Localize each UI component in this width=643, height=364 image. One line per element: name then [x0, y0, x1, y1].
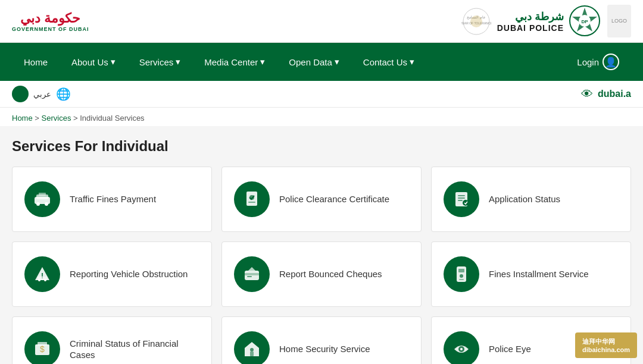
service-icon-application-status	[444, 181, 479, 217]
nav-contact-us[interactable]: Contact Us ▾	[351, 46, 426, 78]
service-label-application-status: Application Status	[489, 193, 560, 205]
service-icon-police-clearance	[234, 181, 270, 217]
breadcrumb-services[interactable]: Services	[42, 114, 71, 123]
service-icon-bounced-cheques	[234, 256, 270, 292]
service-card-traffic-fines[interactable]: Traffic Fines Payment	[12, 167, 212, 232]
service-card-home-security[interactable]: Home Security Service	[221, 316, 422, 364]
year-tolerance-badge: عام التسامح YEAR OF TOLERANCE	[461, 7, 491, 36]
svg-rect-17	[248, 202, 255, 203]
login-icon: 👤	[603, 54, 619, 70]
service-card-vehicle-obstruction[interactable]: !Reporting Vehicle Obstruction	[12, 241, 212, 307]
nav-about-us[interactable]: About Us ▾	[60, 46, 127, 78]
svg-rect-29	[247, 276, 252, 277]
page-title: Services For Individual	[12, 138, 631, 155]
gov-logo: حكومة دبي GOVERNMENT OF DUBAI	[12, 11, 89, 32]
service-icon-criminal-financial: $	[24, 331, 60, 364]
breadcrumb-sep2: >	[73, 114, 80, 123]
dubai-text: dubai.a	[598, 89, 631, 99]
service-icon-traffic-fines	[24, 181, 60, 217]
service-label-fines-installment: Fines Installment Service	[489, 268, 589, 280]
service-icon-fines-installment	[444, 256, 479, 292]
svg-text:DP: DP	[581, 19, 588, 24]
service-card-fines-installment[interactable]: Fines Installment Service	[431, 241, 631, 307]
svg-text:$: $	[40, 344, 45, 354]
breadcrumb-current: Individual Services	[80, 114, 144, 123]
services-wrapper: Traffic Fines PaymentPolice Clearance Ce…	[12, 167, 631, 364]
svg-rect-37	[250, 352, 254, 356]
nav-login-button[interactable]: Login 👤	[565, 43, 631, 81]
svg-point-12	[45, 202, 48, 206]
service-label-vehicle-obstruction: Reporting Vehicle Obstruction	[70, 268, 188, 280]
svg-point-3	[470, 15, 482, 27]
service-card-bounced-cheques[interactable]: Report Bounced Cheques	[221, 241, 422, 307]
svg-rect-31	[458, 269, 464, 272]
page-content: Services For Individual Traffic Fines Pa…	[0, 126, 643, 364]
dubai-badge: 👁 dubai.a	[581, 87, 631, 101]
svg-text:LOGO: LOGO	[611, 18, 627, 24]
service-label-home-security: Home Security Service	[279, 343, 370, 355]
service-icon-police-eye	[444, 331, 479, 364]
service-card-criminal-financial[interactable]: $Criminal Status of Financial Cases	[12, 316, 212, 364]
breadcrumb-sep1: >	[35, 114, 41, 123]
nav-media-center[interactable]: Media Center ▾	[192, 46, 277, 78]
service-label-police-eye: Police Eye	[489, 343, 531, 355]
top-header: حكومة دبي GOVERNMENT OF DUBAI عام التسام…	[0, 0, 643, 43]
svg-rect-19	[458, 195, 465, 196]
svg-rect-33	[459, 279, 464, 280]
police-en-text: DUBAI POLICE	[497, 23, 564, 33]
service-card-application-status[interactable]: Application Status	[431, 167, 631, 232]
main-nav: Home About Us ▾ Services ▾ Media Center …	[0, 43, 643, 81]
breadcrumb-home[interactable]: Home	[12, 114, 33, 123]
accessibility-icon[interactable]: 👁	[581, 87, 593, 101]
svg-rect-21	[458, 200, 463, 201]
nav-services[interactable]: Services ▾	[127, 46, 193, 78]
service-icon-home-security	[234, 331, 270, 364]
lang-switcher[interactable]: عربي 🌐	[12, 86, 71, 102]
svg-point-38	[250, 348, 254, 352]
service-label-police-clearance: Police Clearance Certificate	[279, 193, 389, 205]
svg-rect-14	[39, 193, 46, 196]
svg-rect-36	[38, 342, 47, 346]
service-label-bounced-cheques: Report Bounced Cheques	[279, 268, 382, 280]
lang-dot	[12, 86, 29, 102]
utility-bar: عربي 🌐 👁 dubai.a	[0, 81, 643, 108]
logo-right: عام التسامح YEAR OF TOLERANCE شرطة دبي D…	[461, 5, 631, 37]
svg-point-40	[460, 348, 463, 350]
svg-point-25	[38, 279, 40, 281]
service-icon-vehicle-obstruction: !	[24, 256, 60, 292]
arabic-label[interactable]: عربي	[33, 90, 51, 99]
services-grid: Traffic Fines PaymentPolice Clearance Ce…	[12, 167, 631, 364]
svg-point-26	[44, 279, 46, 281]
svg-point-22	[463, 200, 469, 206]
svg-rect-28	[245, 273, 259, 275]
svg-point-32	[460, 274, 463, 278]
service-label-traffic-fines: Traffic Fines Payment	[70, 193, 156, 205]
svg-rect-20	[458, 197, 465, 199]
police-badge-icon: DP	[569, 5, 601, 37]
globe-icon[interactable]: 🌐	[56, 87, 71, 101]
breadcrumb: Home > Services > Individual Services	[0, 108, 643, 126]
watermark-badge: 迪拜中华网dibaichina.com	[575, 332, 637, 358]
service-label-criminal-financial: Criminal Status of Financial Cases	[70, 338, 199, 361]
police-arabic-text: شرطة دبي	[497, 10, 564, 23]
gov-logo-arabic: حكومة دبي	[20, 11, 80, 26]
external-logo-icon: LOGO	[607, 5, 631, 37]
nav-home[interactable]: Home	[12, 46, 60, 78]
dubai-police-logo: شرطة دبي DUBAI POLICE DP	[497, 5, 601, 37]
nav-open-data[interactable]: Open Data ▾	[277, 46, 351, 78]
svg-point-11	[36, 202, 40, 206]
gov-logo-en: GOVERNMENT OF DUBAI	[12, 26, 89, 32]
service-card-police-clearance[interactable]: Police Clearance Certificate	[221, 167, 422, 232]
